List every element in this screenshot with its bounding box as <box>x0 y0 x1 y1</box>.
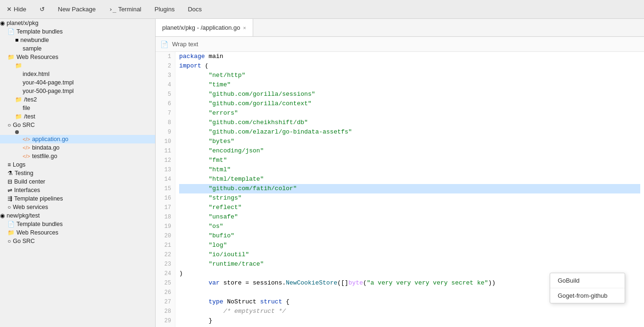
tree-node-wr1[interactable]: 📁Web Resources <box>0 53 155 61</box>
folder-icon: 📁 <box>8 229 15 236</box>
tree-label-appgo: application.go <box>32 136 68 143</box>
folder-icon: 📁 <box>8 54 15 60</box>
tree-node-testfile[interactable]: </>testfile.go <box>0 152 155 160</box>
tree-node-bindata[interactable]: </>bindata.go <box>0 143 155 152</box>
tree-node-appgo[interactable]: </>application.go <box>0 135 155 143</box>
code-line-19[interactable]: "os" <box>179 222 640 231</box>
code-line-9[interactable]: "github.com/elazarl/go-bindata-assetfs" <box>179 127 640 137</box>
terminal-button[interactable]: ›_ Terminal <box>106 4 144 15</box>
main-layout: ◉planet/x/pkg📄Template bundles■newbundle… <box>0 19 644 327</box>
line-number-6: 6 <box>156 99 175 109</box>
tree-label-tb2: Template bundles <box>17 221 63 227</box>
context-menu-item-1[interactable]: Goget-from-github <box>550 288 625 303</box>
code-line-16[interactable]: "strings" <box>179 193 640 203</box>
tab-close-button[interactable]: × <box>243 25 246 31</box>
code-line-8[interactable]: "github.com/cheikhshift/db" <box>179 118 640 127</box>
line-number-13: 13 <box>156 165 175 175</box>
tree-label-500: your-500-page.tmpl <box>23 88 74 94</box>
new-package-label: New Package <box>58 6 96 13</box>
tab-bar: planet/x/pkg - /application.go × <box>156 19 644 37</box>
tree-label-pkg1: planet/x/pkg <box>7 20 38 26</box>
tree-node-pkg2[interactable]: ◉new/pkg/test <box>0 211 155 220</box>
code-line-17[interactable]: "reflect" <box>179 203 640 212</box>
line-number-20: 20 <box>156 231 175 241</box>
line-number-19: 19 <box>156 222 175 231</box>
code-line-12[interactable]: "fmt" <box>179 156 640 165</box>
tree-label-interfaces: Interfaces <box>14 187 40 193</box>
code-line-15[interactable]: "github.com/fatih/color" <box>179 184 640 193</box>
tree-node-tmplpipelines[interactable]: ⇶Template pipelines <box>0 194 155 203</box>
code-line-7[interactable]: "errors" <box>179 109 640 118</box>
server-icon: ⊟ <box>8 178 12 185</box>
doc-icon: 📄 <box>8 28 15 35</box>
tab-title: planet/x/pkg - /application.go <box>162 24 240 31</box>
docs-label: Docs <box>188 6 202 13</box>
code-line-14[interactable]: "html/template" <box>179 175 640 184</box>
code-line-3[interactable]: "net/http" <box>179 71 640 80</box>
tree-node-webservices[interactable]: ○Web services <box>0 203 155 211</box>
tree-label-file1: file <box>23 105 30 111</box>
tree-node-file1[interactable]: file <box>0 104 155 112</box>
tree-node-tes2[interactable]: 📁/tes2 <box>0 95 155 104</box>
tree-node-interfaces[interactable]: ⇌Interfaces <box>0 186 155 194</box>
tree-node-buildcenter[interactable]: ⊟Build center <box>0 177 155 186</box>
code-line-4[interactable]: "time" <box>179 80 640 90</box>
code-line-22[interactable]: "io/ioutil" <box>179 250 640 260</box>
line-number-8: 8 <box>156 118 175 127</box>
tree-node-index[interactable]: index.html <box>0 70 155 78</box>
tree-node-404[interactable]: your-404-page.tmpl <box>0 78 155 87</box>
tree-node-tb2[interactable]: 📄Template bundles <box>0 220 155 228</box>
tree-node-500[interactable]: your-500-page.tmpl <box>0 87 155 95</box>
code-line-28[interactable]: /* emptystruct */ <box>179 307 640 316</box>
line-number-17: 17 <box>156 203 175 212</box>
code-line-1[interactable]: package main <box>179 52 640 61</box>
line-number-15: 15 <box>156 184 175 193</box>
context-menu-item-0[interactable]: GoBuild <box>550 273 625 288</box>
plugins-button[interactable]: Plugins <box>152 4 178 15</box>
line-number-22: 22 <box>156 250 175 260</box>
new-package-button[interactable]: New Package <box>55 4 99 15</box>
circle-dot-icon: ◉ <box>0 20 5 26</box>
line-number-24: 24 <box>156 269 175 278</box>
wrap-text-label: Wrap text <box>172 41 198 48</box>
code-line-20[interactable]: "bufio" <box>179 231 640 241</box>
tree-node-pkg1[interactable]: ◉planet/x/pkg <box>0 19 155 27</box>
tree-node-logs[interactable]: ≡Logs <box>0 160 155 169</box>
tree-label-bindata: bindata.go <box>32 144 59 151</box>
refresh-button[interactable]: ↺ <box>37 4 48 15</box>
code-line-29[interactable]: } <box>179 316 640 326</box>
code-line-23[interactable]: "runtime/trace" <box>179 260 640 269</box>
code-line-10[interactable]: "bytes" <box>179 137 640 146</box>
file-tab[interactable]: planet/x/pkg - /application.go × <box>156 19 253 36</box>
line-number-2: 2 <box>156 61 175 71</box>
code-line-2[interactable]: import ( <box>179 61 640 71</box>
code-line-18[interactable]: "unsafe" <box>179 212 640 222</box>
tree-label-nb1: newbundle <box>20 37 49 43</box>
tree-node-nb1[interactable]: ■newbundle <box>0 36 155 44</box>
tree-node-tb1[interactable]: 📄Template bundles <box>0 27 155 36</box>
tree-node-wr1f[interactable]: 📁 <box>0 61 155 70</box>
tree-label-test: /test <box>24 113 35 120</box>
hide-icon: ✕ <box>7 6 12 13</box>
tree-node-test[interactable]: 📁/test <box>0 112 155 121</box>
tree-node-sample[interactable]: sample <box>0 44 155 53</box>
tree-node-testing[interactable]: ⚗Testing <box>0 169 155 177</box>
code-line-13[interactable]: "html" <box>179 165 640 175</box>
code-line-5[interactable]: "github.com/gorilla/sessions" <box>179 90 640 99</box>
docs-button[interactable]: Docs <box>185 4 205 15</box>
tree-label-wr1: Web Resources <box>17 54 58 60</box>
line-number-27: 27 <box>156 297 175 307</box>
tree-label-tmplpipelines: Template pipelines <box>14 195 63 202</box>
line-number-12: 12 <box>156 156 175 165</box>
tree-node-gosrc2[interactable]: ○Go SRC <box>0 237 155 245</box>
tree-node-gosrc[interactable]: ○Go SRC <box>0 121 155 129</box>
code-line-6[interactable]: "github.com/gorilla/context" <box>179 99 640 109</box>
code-line-11[interactable]: "encoding/json" <box>179 146 640 156</box>
hide-button[interactable]: ✕ Hide <box>4 4 29 15</box>
tree-node-wr2[interactable]: 📁Web Resources <box>0 228 155 237</box>
code-line-21[interactable]: "log" <box>179 241 640 250</box>
tree-node-gosrcf[interactable] <box>0 129 155 135</box>
folder-icon: 📁 <box>15 96 22 103</box>
sidebar: ◉planet/x/pkg📄Template bundles■newbundle… <box>0 19 156 327</box>
code-icon: </> <box>23 144 30 151</box>
